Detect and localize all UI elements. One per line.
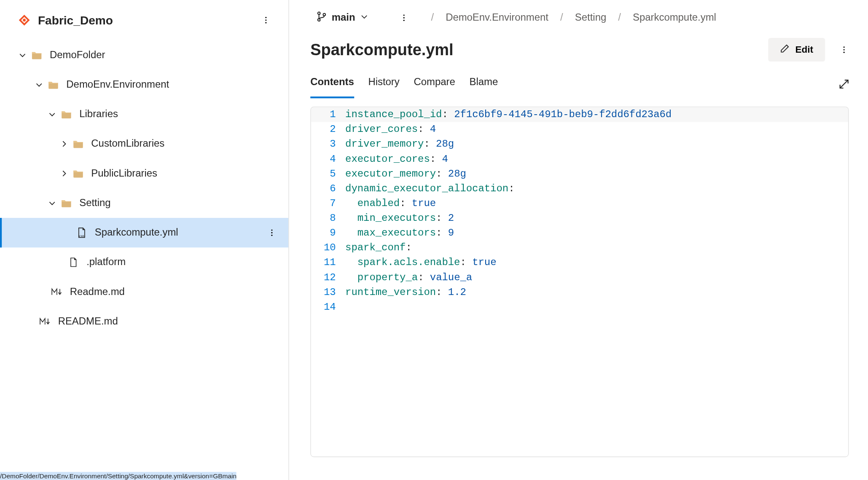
tree-item-label: README.md — [58, 316, 118, 327]
code-line: 6dynamic_executor_allocation: — [311, 181, 848, 196]
code-viewer: 1instance_pool_id: 2f1c6bf9-4145-491b-be… — [310, 107, 849, 457]
code-line: 5executor_memory: 28g — [311, 166, 848, 181]
branch-selector[interactable]: main — [312, 8, 373, 27]
tree-item-label: Libraries — [79, 108, 118, 120]
repo-title: Fabric_Demo — [38, 13, 250, 27]
fullscreen-button[interactable] — [835, 75, 854, 94]
edit-button[interactable]: Edit — [768, 38, 825, 62]
tree-folder[interactable]: DemoEnv.Environment — [0, 70, 288, 99]
folder-icon — [47, 79, 59, 91]
file-header: Sparkcompute.yml Edit — [289, 33, 868, 62]
svg-point-8 — [318, 12, 320, 14]
breadcrumb-item[interactable]: DemoEnv.Environment — [446, 12, 548, 24]
svg-point-10 — [323, 13, 325, 16]
breadcrumb-item[interactable]: Setting — [575, 12, 606, 24]
code-line: 3driver_memory: 28g — [311, 137, 848, 152]
folder-icon — [72, 138, 84, 150]
tree-item-label: CustomLibraries — [91, 138, 164, 150]
chevron-down-icon[interactable] — [47, 198, 56, 208]
tree-item-label: Setting — [79, 197, 110, 209]
line-number: 9 — [311, 225, 342, 240]
code-content: driver_cores: 4 — [342, 122, 436, 137]
line-number: 3 — [311, 137, 342, 152]
tabs: ContentsHistoryCompareBlame — [289, 62, 868, 99]
file-tree: DemoFolderDemoEnv.EnvironmentLibrariesCu… — [0, 37, 288, 336]
tab-blame[interactable]: Blame — [469, 76, 498, 98]
svg-point-2 — [265, 19, 266, 21]
svg-point-5 — [271, 229, 272, 231]
code-line: 12 property_a: value_a — [311, 270, 848, 285]
tab-contents[interactable]: Contents — [310, 76, 354, 98]
tree-file[interactable]: .platform — [0, 247, 288, 277]
svg-point-12 — [403, 17, 404, 19]
code-line: 1instance_pool_id: 2f1c6bf9-4145-491b-be… — [311, 107, 848, 122]
code-content: executor_cores: 4 — [342, 152, 448, 166]
tree-item-label: Readme.md — [70, 286, 125, 298]
sidebar: Fabric_Demo DemoFolderDemoEnv.Environmen… — [0, 0, 289, 480]
markdown-icon — [39, 316, 51, 327]
tree-item-more-button[interactable] — [263, 224, 280, 241]
branch-more-button[interactable] — [394, 8, 413, 27]
line-number: 11 — [311, 255, 342, 270]
breadcrumb-separator: / — [553, 12, 570, 24]
code-content: min_executors: 2 — [342, 211, 454, 225]
folder-icon — [60, 108, 72, 120]
top-bar: main / DemoEnv.Environment / Setting / S… — [289, 0, 868, 33]
code-content: driver_memory: 28g — [342, 137, 454, 152]
tree-folder[interactable]: DemoFolder — [0, 40, 288, 70]
code-line: 10spark_conf: — [311, 240, 848, 255]
tree-file[interactable]: Readme.md — [0, 277, 288, 307]
repo-more-button[interactable] — [256, 11, 275, 29]
line-number: 4 — [311, 152, 342, 166]
code-content: spark.acls.enable: true — [342, 255, 497, 270]
file-more-button[interactable] — [835, 40, 854, 59]
svg-point-1 — [265, 17, 266, 18]
chevron-down-icon — [360, 12, 368, 24]
chevron-down-icon[interactable] — [18, 50, 27, 59]
tab-history[interactable]: History — [368, 76, 399, 98]
branch-name: main — [332, 12, 355, 24]
code-line: 9 max_executors: 9 — [311, 225, 848, 240]
code-content — [342, 300, 345, 314]
edit-button-label: Edit — [795, 44, 813, 55]
breadcrumb-separator: / — [611, 12, 628, 24]
branch-icon — [316, 11, 327, 24]
code-line: 13runtime_version: 1.2 — [311, 285, 848, 300]
code-content: max_executors: 9 — [342, 225, 454, 240]
yml-file-icon: YML — [76, 227, 88, 239]
pencil-icon — [780, 44, 789, 56]
svg-point-6 — [271, 232, 272, 233]
svg-point-14 — [844, 46, 845, 48]
line-number: 8 — [311, 211, 342, 225]
chevron-right-icon[interactable] — [59, 169, 69, 178]
code-line: 8 min_executors: 2 — [311, 211, 848, 225]
svg-point-9 — [318, 19, 320, 21]
line-number: 1 — [311, 107, 342, 122]
tree-item-label: DemoEnv.Environment — [66, 79, 169, 91]
chevron-down-icon[interactable] — [34, 80, 43, 89]
chevron-right-icon[interactable] — [59, 139, 69, 148]
svg-text:YML: YML — [78, 234, 85, 238]
line-number: 14 — [311, 300, 342, 314]
repo-icon — [18, 13, 31, 27]
tree-folder[interactable]: Setting — [0, 188, 288, 218]
code-content: property_a: value_a — [342, 270, 472, 285]
tree-file[interactable]: YMLSparkcompute.yml — [0, 218, 288, 247]
chevron-down-icon[interactable] — [47, 110, 56, 119]
code-content: instance_pool_id: 2f1c6bf9-4145-491b-beb… — [342, 107, 672, 122]
line-number: 2 — [311, 122, 342, 137]
svg-point-16 — [844, 52, 845, 53]
code-content: enabled: true — [342, 196, 436, 211]
code-content: dynamic_executor_allocation: — [342, 181, 515, 196]
line-number: 7 — [311, 196, 342, 211]
tree-folder[interactable]: Libraries — [0, 99, 288, 129]
folder-icon — [60, 197, 72, 209]
code-line: 14 — [311, 300, 848, 314]
code-line: 7 enabled: true — [311, 196, 848, 211]
line-number: 13 — [311, 285, 342, 300]
tree-folder[interactable]: PublicLibraries — [0, 159, 288, 188]
tab-compare[interactable]: Compare — [414, 76, 455, 98]
tree-folder[interactable]: CustomLibraries — [0, 129, 288, 158]
code-line: 11 spark.acls.enable: true — [311, 255, 848, 270]
tree-file[interactable]: README.md — [0, 307, 288, 336]
